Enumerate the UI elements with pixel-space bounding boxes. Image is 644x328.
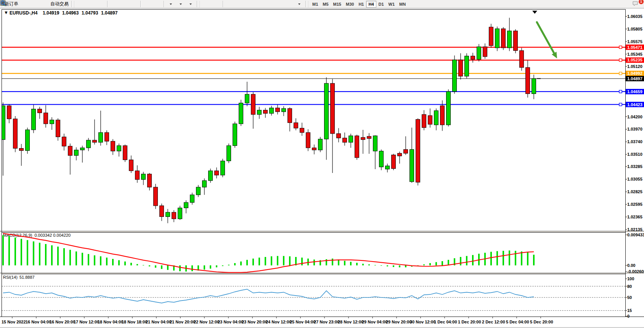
svg-text:1.04423: 1.04423 — [627, 102, 642, 107]
axis-tick-label: 1.04200 — [627, 115, 642, 119]
eurusd-h4-chart[interactable]: ▼ EURUSD-,H4 1.04919 1.04963 1.04793 1.0… — [0, 8, 644, 328]
axis-tick-label: 1.02365 — [627, 215, 642, 219]
cursor-tool-button[interactable] — [201, 0, 211, 8]
axis-tick-label: 1.02135 — [627, 227, 642, 232]
macd-axis-label: 0.009433 — [627, 233, 644, 237]
axis-tick-label: 1.05805 — [627, 27, 642, 31]
arrows-tool-button[interactable] — [294, 0, 304, 8]
time-axis-label: 23 Nov 20:00 — [242, 320, 267, 324]
price-badge-1.05471: 1.05471 — [626, 45, 644, 50]
indicators-button[interactable] — [165, 0, 175, 8]
fibonacci-tool-button[interactable]: F — [264, 0, 274, 8]
time-axis-label: 17 Nov 12:00 — [74, 320, 99, 324]
timeframe-w1-button[interactable]: W1 — [386, 1, 397, 8]
chart-area[interactable]: ▼ EURUSD-,H4 1.04919 1.04963 1.04793 1.0… — [0, 8, 644, 328]
axis-tick-label: 1.03740 — [627, 139, 642, 144]
separator — [107, 1, 108, 7]
axis-tick-label: 1.05575 — [627, 39, 642, 44]
notifications-button[interactable]: 1 — [632, 0, 642, 8]
axis-tick-label: 1.03285 — [627, 164, 642, 169]
timeframe-m15-button[interactable]: M15 — [331, 1, 344, 8]
toolbar: 新订单 自动交易 — [0, 0, 644, 8]
macd-axis-label: 0.00 — [627, 263, 635, 268]
timeframe-d1-button[interactable]: D1 — [376, 1, 386, 8]
svg-text:1.04897: 1.04897 — [627, 76, 642, 81]
chat-bubble-icon — [632, 0, 639, 6]
time-axis-label: 21 Nov 20:00 — [170, 320, 195, 324]
time-axis-label: 1 Dec 20:00 — [458, 320, 481, 324]
svg-text:1.04992: 1.04992 — [627, 71, 642, 76]
text-tool-button[interactable]: A — [274, 0, 284, 8]
horizontal-line-tool-button[interactable] — [234, 0, 244, 8]
navigator-button[interactable] — [39, 0, 49, 8]
separator — [140, 1, 141, 7]
data-window-button[interactable] — [29, 0, 39, 8]
axis-tick-label: 1.02595 — [627, 202, 642, 207]
time-axis-label: 18 Nov 04:00 — [98, 320, 123, 324]
time-axis-label: 23 Nov 04:00 — [218, 320, 243, 324]
svg-text:1.04659: 1.04659 — [627, 89, 642, 94]
periods-button[interactable] — [175, 0, 185, 8]
svg-text:1.05471: 1.05471 — [627, 45, 642, 50]
timeframe-mn-button[interactable]: MN — [397, 1, 408, 8]
timeframe-m30-button[interactable]: M30 — [344, 1, 356, 8]
market-watch-button[interactable] — [19, 0, 29, 8]
chart-shift-button[interactable] — [152, 0, 162, 8]
axis-tick-label: 1.03970 — [627, 127, 642, 131]
axis-tick-label: 1.02825 — [627, 189, 642, 194]
zoom-in-button[interactable] — [109, 0, 119, 8]
timeframe-h1-button[interactable]: H1 — [356, 1, 366, 8]
rsi-axis-label: 15 — [627, 308, 632, 313]
chart-title-symbol: EURUSD-,H4 — [10, 10, 38, 16]
time-axis-label: 1 Dec 04:00 — [434, 320, 457, 324]
axis-tick-label: 1.06035 — [627, 14, 642, 19]
zoom-out-button[interactable] — [119, 0, 129, 8]
crosshair-tool-button[interactable] — [211, 0, 221, 8]
toolbar-grip — [308, 1, 309, 7]
price-badge-1.04659: 1.04659 — [626, 89, 644, 94]
bar-chart-mode-button[interactable] — [76, 0, 86, 8]
auto-trading-button[interactable]: 自动交易 — [49, 0, 70, 8]
rsi-axis-label: 80 — [627, 284, 632, 289]
current-price-badge: 1.04897 — [626, 76, 644, 81]
time-axis-label: 18 Nov 18:00 — [122, 320, 147, 324]
time-axis-label: 30 Nov 12:00 — [410, 320, 435, 324]
vertical-line-tool-button[interactable] — [225, 0, 234, 8]
chart-collapse-icon[interactable]: ▼ — [4, 10, 8, 15]
line-chart-mode-button[interactable] — [96, 0, 106, 8]
toolbar-grip — [74, 1, 75, 7]
chart-title-open: 1.04919 — [43, 10, 59, 16]
axis-tick-label: 1.05120 — [627, 64, 642, 69]
chart-title-high: 1.04963 — [62, 10, 79, 16]
timeframe-m5-button[interactable]: M5 — [320, 1, 331, 8]
templates-button[interactable] — [185, 0, 195, 8]
time-axis-label: 29 Nov 20:00 — [386, 320, 411, 324]
auto-scroll-button[interactable] — [142, 0, 152, 8]
label-tool-button[interactable]: T — [284, 0, 294, 8]
macd-axis-label: -0.002606 — [627, 269, 644, 274]
price-badge-1.05235: 1.05235 — [626, 57, 644, 63]
toolbar-grip — [199, 1, 200, 7]
price-axis[interactable]: 1.060351.058051.055751.053451.051201.042… — [626, 14, 644, 318]
timeframe-m1-button[interactable]: M1 — [310, 1, 320, 8]
time-axis-label: 28 Nov 12:00 — [338, 320, 363, 324]
time-axis-label: 2 Dec 12:00 — [482, 320, 505, 324]
chart-title-low: 1.04793 — [82, 10, 98, 16]
axis-tick-label: 1.03055 — [627, 177, 642, 181]
timeframe-h4-button[interactable]: H4 — [366, 1, 376, 8]
time-axis-label: 16 Nov 20:00 — [50, 320, 75, 324]
price-badge-1.04992: 1.04992 — [626, 71, 644, 76]
axis-tick-label: 1.05345 — [627, 52, 642, 57]
time-axis-label: 24 Nov 12:00 — [266, 320, 291, 324]
separator — [164, 1, 164, 7]
notification-badge: 1 — [638, 0, 644, 5]
time-axis-label: 16 Nov 04:00 — [26, 320, 51, 324]
rsi-axis-label: 50 — [627, 295, 632, 300]
candlestick-mode-button[interactable] — [86, 0, 96, 8]
channel-tool-button[interactable]: E — [254, 0, 264, 8]
search-icon — [0, 0, 6, 6]
search-button[interactable] — [620, 0, 630, 8]
chart-title-close: 1.04897 — [101, 10, 118, 16]
trendline-tool-button[interactable] — [244, 0, 254, 8]
tile-windows-button[interactable] — [129, 0, 139, 8]
